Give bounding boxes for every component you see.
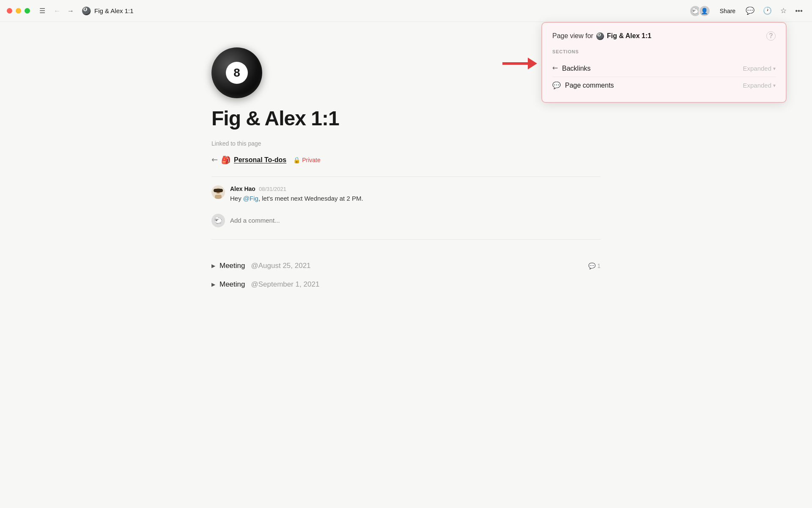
popover-header: Page view for 🎱 Fig & Alex 1:1 ? [552, 31, 776, 41]
page-view-popover: Page view for 🎱 Fig & Alex 1:1 ? SECTION… [541, 22, 787, 103]
page-comments-chevron-icon: ▾ [773, 83, 776, 88]
maximize-button[interactable] [25, 8, 30, 14]
menu-button[interactable]: ☰ [37, 5, 48, 17]
svg-rect-5 [214, 189, 223, 192]
arrow-body [502, 58, 537, 69]
page-comments-icon: 💬 [552, 81, 561, 89]
popover-title: Page view for 🎱 Fig & Alex 1:1 [552, 32, 651, 40]
section-row-comments: 💬 Page comments Expanded ▾ [552, 77, 776, 94]
svg-rect-2 [215, 195, 222, 199]
sections-label: SECTIONS [552, 49, 776, 54]
back-button[interactable]: ← [51, 6, 63, 17]
section-left-backlinks: ↗ Backlinks [552, 64, 591, 72]
page-title-area: 🎱 Fig & Alex 1:1 [82, 6, 689, 16]
history-button[interactable]: 🕐 [760, 5, 774, 17]
page-title: Fig & Alex 1:1 [94, 7, 134, 14]
more-button[interactable]: ••• [793, 5, 805, 17]
billiard-ball-icon: 8 [211, 47, 262, 98]
backlink-icon: ↗ [209, 155, 220, 166]
red-arrow [502, 58, 537, 69]
comment-text: Hey @Fig, let's meet next Wednesday at 2… [230, 194, 363, 204]
divider-2 [211, 239, 601, 240]
meeting-name-1: Meeting [219, 262, 245, 270]
page-heading: Fig & Alex 1:1 [211, 107, 601, 130]
arrow-line [502, 62, 528, 65]
collapse-icon-2: ▶ [211, 282, 215, 287]
page-icon: 8 [211, 47, 262, 98]
meeting-item-2[interactable]: ▶ Meeting @September 1, 2021 [211, 275, 601, 294]
section-row-backlinks: ↗ Backlinks Expanded ▾ [552, 60, 776, 77]
nav-buttons: ← → [51, 6, 77, 17]
billiard-number: 8 [233, 66, 240, 80]
comment-header: Alex Hao 08/31/2021 [230, 185, 363, 192]
meeting-list: ▶ Meeting @August 25, 2021 💬 1 ▶ Meeting… [211, 257, 601, 294]
commenter-avatar [211, 185, 225, 199]
meeting-item-1[interactable]: ▶ Meeting @August 25, 2021 💬 1 [211, 257, 601, 275]
minimize-button[interactable] [16, 8, 21, 14]
comment-number-1: 1 [597, 262, 601, 269]
titlebar: ☰ ← → 🎱 Fig & Alex 1:1 🐑 👤 Share 💬 🕐 ☆ •… [0, 0, 812, 22]
linked-section-label: Linked to this page [211, 140, 601, 147]
share-button[interactable]: Share [716, 6, 740, 16]
comment-body: Alex Hao 08/31/2021 Hey @Fig, let's meet… [230, 185, 363, 204]
meeting-date-1: @August 25, 2021 [251, 262, 310, 270]
popover-page-name: Fig & Alex 1:1 [607, 32, 651, 40]
meeting-name-2: Meeting [219, 280, 245, 289]
popover-page-emoji: 🎱 [596, 32, 604, 40]
backlinks-state: Expanded [743, 65, 771, 72]
meeting-date-2: @September 1, 2021 [251, 280, 319, 289]
linked-items: ↗ 🎒 Personal To-dos 🔒 Private [211, 152, 601, 168]
divider-1 [211, 177, 601, 177]
add-comment-input[interactable] [230, 217, 601, 224]
close-button[interactable] [7, 8, 12, 14]
comment-item: Alex Hao 08/31/2021 Hey @Fig, let's meet… [211, 185, 601, 204]
comment-text-before: Hey [230, 195, 243, 202]
lock-icon: 🔒 [293, 157, 300, 163]
arrow-head [528, 58, 537, 69]
section-left-comments: 💬 Page comments [552, 81, 614, 89]
meeting-left-1: ▶ Meeting @August 25, 2021 [211, 262, 311, 270]
collaborator-avatars: 🐑 👤 [689, 5, 710, 17]
backlinks-state-selector[interactable]: Expanded ▾ [743, 65, 776, 72]
page-emoji-icon: 🎱 [82, 6, 91, 16]
linked-item-name[interactable]: Personal To-dos [234, 156, 286, 164]
linked-item-emoji: 🎒 [221, 155, 230, 165]
comment-mention[interactable]: @Fig [243, 195, 258, 202]
page-comments-label: Page comments [565, 82, 614, 89]
page-comments-state-selector[interactable]: Expanded ▾ [743, 82, 776, 89]
favorite-button[interactable]: ☆ [778, 5, 789, 17]
commenter-name: Alex Hao [230, 185, 255, 192]
comment-text-after: , let's meet next Wednesday at 2 PM. [258, 195, 363, 202]
backlinks-icon: ↗ [550, 64, 560, 73]
comment-icon-1: 💬 [588, 262, 595, 269]
billiard-circle: 8 [226, 62, 248, 84]
collapse-icon-1: ▶ [211, 263, 215, 269]
private-badge: 🔒 Private [293, 157, 321, 163]
forward-button[interactable]: → [65, 6, 77, 17]
popover-title-prefix: Page view for [552, 32, 593, 40]
comment-button[interactable]: 💬 [743, 5, 757, 17]
add-comment-avatar: 🐑 [211, 214, 225, 227]
avatar-2: 👤 [699, 5, 710, 17]
titlebar-right: 🐑 👤 Share 💬 🕐 ☆ ••• [689, 5, 805, 17]
comment-count-1: 💬 1 [588, 262, 601, 269]
backlinks-label: Backlinks [562, 65, 591, 72]
traffic-lights [7, 8, 30, 14]
backlinks-chevron-icon: ▾ [773, 66, 776, 72]
page-comments-state: Expanded [743, 82, 771, 89]
alex-avatar-image [211, 185, 225, 199]
meeting-left-2: ▶ Meeting @September 1, 2021 [211, 280, 319, 289]
add-comment-row: 🐑 [211, 210, 601, 231]
help-button[interactable]: ? [766, 31, 776, 41]
comment-date: 08/31/2021 [259, 186, 286, 192]
